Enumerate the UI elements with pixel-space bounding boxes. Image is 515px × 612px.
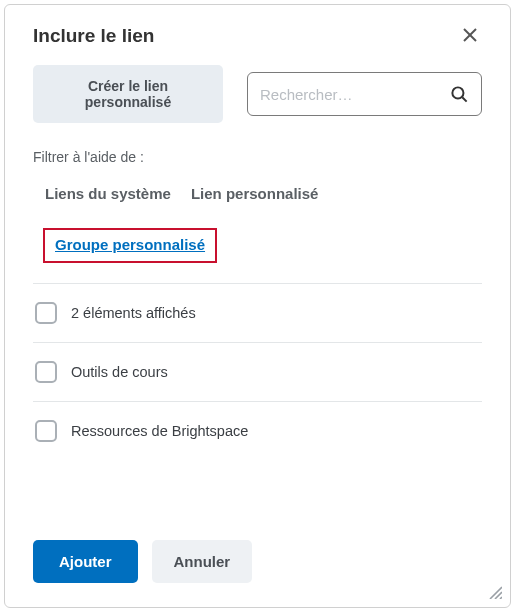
- list-item-label: Ressources de Brightspace: [71, 423, 248, 439]
- cancel-button[interactable]: Annuler: [152, 540, 253, 583]
- svg-line-6: [500, 597, 502, 599]
- list-item: Ressources de Brightspace: [33, 401, 482, 460]
- dialog-footer: Ajouter Annuler: [33, 540, 482, 583]
- checkbox[interactable]: [35, 420, 57, 442]
- list-item-label: Outils de cours: [71, 364, 168, 380]
- close-icon: [462, 25, 478, 47]
- search-input[interactable]: [260, 86, 450, 103]
- filter-label: Filtrer à l'aide de :: [33, 149, 482, 165]
- dialog-title: Inclure le lien: [33, 25, 154, 47]
- tab-system-links[interactable]: Liens du système: [45, 183, 171, 204]
- checkbox[interactable]: [35, 361, 57, 383]
- list-item-label: 2 éléments affichés: [71, 305, 196, 321]
- search-field-wrap: [247, 72, 482, 116]
- dialog-header: Inclure le lien: [33, 25, 482, 47]
- add-button[interactable]: Ajouter: [33, 540, 138, 583]
- list-item: Outils de cours: [33, 342, 482, 401]
- svg-line-3: [462, 97, 466, 101]
- close-button[interactable]: [458, 26, 482, 46]
- tab-custom-link[interactable]: Lien personnalisé: [191, 183, 319, 204]
- include-link-dialog: Inclure le lien Créer le lien personnali…: [4, 4, 511, 608]
- group-list: 2 éléments affichés Outils de cours Ress…: [33, 283, 482, 460]
- tab-custom-group[interactable]: Groupe personnalisé: [55, 234, 205, 255]
- tab-custom-group-highlight: Groupe personnalisé: [43, 228, 217, 263]
- list-item: 2 éléments affichés: [33, 283, 482, 342]
- resize-handle-icon[interactable]: [486, 583, 502, 599]
- svg-point-2: [452, 87, 463, 98]
- checkbox[interactable]: [35, 302, 57, 324]
- toolbar: Créer le lien personnalisé: [33, 65, 482, 123]
- filter-tabs: Liens du système Lien personnalisé Group…: [45, 183, 482, 263]
- search-icon[interactable]: [450, 85, 469, 104]
- create-link-button[interactable]: Créer le lien personnalisé: [33, 65, 223, 123]
